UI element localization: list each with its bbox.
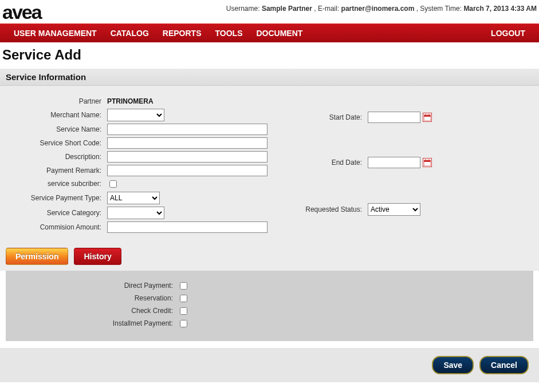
nav-right: LOGOUT (484, 24, 532, 42)
time-label: , System Time: (416, 5, 464, 13)
time-value: March 7, 2013 4:33 AM (463, 5, 537, 13)
description-input[interactable] (107, 151, 267, 163)
end-date-label: End Date: (298, 140, 367, 185)
reservation-checkbox[interactable] (180, 295, 187, 302)
username-value: Sample Partner (262, 5, 312, 13)
calendar-icon[interactable] (423, 158, 432, 167)
short-code-label: Service Short Code: (6, 136, 106, 150)
header-user-info: Username: Sample Partner , E-mail: partn… (226, 3, 537, 13)
service-info-panel: Partner PTRINOMERA Merchant Name: Servic… (0, 86, 539, 246)
nav-tools[interactable]: TOOLS (208, 24, 250, 42)
category-select[interactable] (107, 207, 164, 219)
page-header: avea Username: Sample Partner , E-mail: … (0, 0, 539, 23)
tab-permission[interactable]: Permission (6, 248, 68, 265)
reservation-label: Reservation: (11, 294, 178, 302)
section-title: Service Information (0, 69, 539, 86)
form-left-column: Partner PTRINOMERA Merchant Name: Servic… (6, 95, 275, 234)
nav-document[interactable]: DOCUMENT (249, 24, 309, 42)
svg-rect-1 (424, 115, 431, 117)
nav-reports[interactable]: REPORTS (156, 24, 208, 42)
direct-payment-label: Direct Payment: (11, 282, 178, 290)
direct-payment-checkbox[interactable] (180, 282, 187, 290)
tabs-row: Permission History (0, 246, 539, 271)
cancel-button[interactable]: Cancel (479, 356, 529, 374)
installment-checkbox[interactable] (180, 320, 187, 327)
footer-actions: Save Cancel (0, 348, 539, 382)
commission-label: Commision Amount: (6, 220, 106, 234)
status-label: Requested Status: (298, 185, 367, 233)
nav-catalog[interactable]: CATALOG (104, 24, 156, 42)
subscriber-label: service subcriber: (6, 177, 106, 191)
username-label: Username: (226, 5, 262, 13)
partner-value: PTRINOMERA (106, 95, 275, 108)
category-label: Service Category: (6, 205, 106, 220)
nav-logout[interactable]: LOGOUT (484, 24, 532, 42)
calendar-icon[interactable] (423, 113, 432, 122)
payment-type-label: Service Payment Type: (6, 191, 106, 205)
nav-user-management[interactable]: USER MANAGEMENT (7, 24, 104, 42)
payment-remark-input[interactable] (107, 165, 267, 176)
brand-logo: avea (2, 3, 41, 21)
save-button[interactable]: Save (432, 356, 474, 374)
installment-label: Installmet Payment: (11, 319, 178, 327)
short-code-input[interactable] (107, 137, 267, 149)
merchant-select[interactable] (107, 109, 164, 121)
check-credit-checkbox[interactable] (180, 307, 187, 315)
form-right-column: Start Date: End Date: (298, 95, 527, 234)
page-title: Service Add (0, 42, 539, 69)
commission-input[interactable] (107, 221, 267, 233)
svg-rect-5 (424, 160, 431, 162)
description-label: Description: (6, 150, 106, 164)
tab-history[interactable]: History (74, 248, 121, 265)
check-credit-label: Check Credit: (11, 307, 178, 315)
main-nav: USER MANAGEMENT CATALOG REPORTS TOOLS DO… (0, 23, 539, 42)
email-value: partner@inomera.com (341, 5, 415, 13)
email-label: , E-mail: (314, 5, 341, 13)
payment-remark-label: Payment Remark: (6, 164, 106, 177)
end-date-input[interactable] (368, 157, 420, 168)
merchant-label: Merchant Name: (6, 108, 106, 122)
start-date-input[interactable] (368, 112, 420, 123)
partner-label: Partner (6, 95, 106, 108)
status-select[interactable]: Active (368, 203, 420, 216)
service-name-input[interactable] (107, 124, 267, 135)
start-date-label: Start Date: (298, 95, 367, 140)
service-name-label: Service Name: (6, 122, 106, 136)
subscriber-checkbox[interactable] (109, 180, 117, 188)
payment-type-select[interactable]: ALL (107, 192, 160, 204)
permission-panel: Direct Payment: Reservation: Check Credi… (6, 271, 533, 341)
nav-left: USER MANAGEMENT CATALOG REPORTS TOOLS DO… (7, 24, 309, 42)
